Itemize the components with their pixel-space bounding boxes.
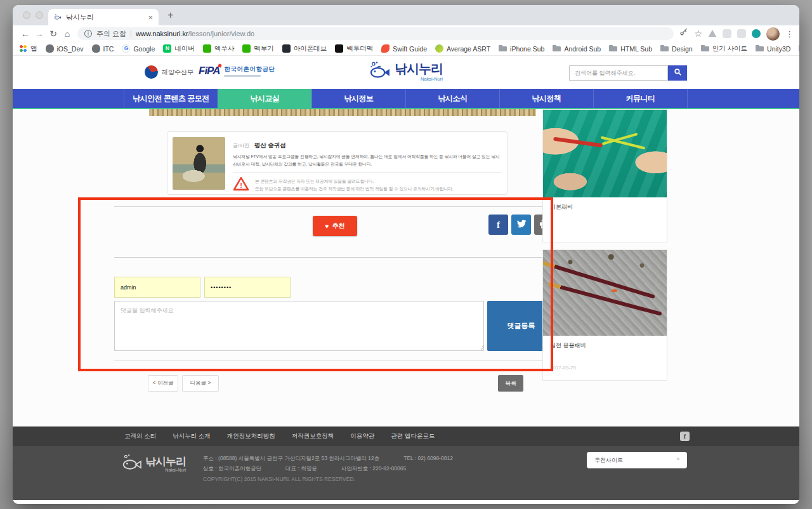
comment-password-input[interactable] [204, 277, 291, 298]
bookmark-label: Average ASRT [447, 45, 490, 53]
close-window-icon[interactable] [23, 11, 30, 19]
comment-textarea[interactable] [114, 301, 484, 351]
comment-username-input[interactable] [114, 277, 200, 298]
nav-item[interactable]: 커뮤니티 [593, 89, 687, 108]
search-input[interactable] [569, 65, 668, 81]
divider [114, 257, 576, 258]
footer-link[interactable]: 개인정보처리방침 [227, 432, 275, 440]
bookmark-icon [92, 44, 100, 53]
bookmark-item[interactable]: 백투더맥 [335, 44, 373, 53]
bookmark-label: 백투더맥 [346, 44, 373, 53]
extension-icon[interactable] [708, 29, 717, 38]
url-bar[interactable]: i 주의 요함 www.naksinuri.kr/lesson/junior/v… [77, 27, 674, 40]
chrome-menu-icon[interactable]: ⋮ [785, 29, 794, 39]
related-card-image [543, 110, 667, 197]
bookmark-item[interactable]: 인기 사이트 [701, 44, 747, 53]
new-tab-button[interactable]: + [167, 10, 173, 21]
browser-tab[interactable]: 낚시누리 × [48, 9, 159, 25]
twitter-icon [516, 220, 527, 230]
extension-icon[interactable] [752, 29, 761, 38]
bookmark-icon [242, 44, 251, 53]
extension-icon[interactable] [723, 29, 731, 38]
bookmark-item[interactable]: 네이버 [163, 44, 195, 53]
desktop-background: 낚시누리 × + ← → ↻ ⌂ i 주의 요함 www.naksinuri.k… [0, 0, 812, 509]
nav-item[interactable]: 낚시교실 [218, 89, 311, 108]
like-label: 추천 [332, 221, 344, 230]
author-bio: 낚시채널 FTV에서 방송 프로그램을 진행하고, 낚시잡지에 글을 연재하며,… [233, 153, 502, 168]
footer-biznum: 사업자번호 : 220-82-00065 [341, 465, 407, 472]
footer-link[interactable]: 고객의 소리 [124, 432, 156, 440]
related-card[interactable]: 기본채비 [542, 109, 667, 242]
footer-link[interactable]: 관련 앱다운로드 [391, 432, 435, 440]
related-sidebar: 기본채비 실전 응용채비 2017-05-25 [542, 109, 667, 388]
bookmark-item[interactable]: Unity3D [756, 44, 790, 53]
bookmark-label: Google [133, 45, 155, 53]
footer-link[interactable]: 저작권보호정책 [292, 432, 334, 440]
footer: 낚시누리 Naksi-Nuri 주소 : (08588) 서울특별시 금천구 가… [13, 446, 799, 500]
bookmark-item[interactable]: Swift Guide [381, 44, 427, 53]
bookmark-icon [499, 44, 507, 53]
footer-links-bar: 고객의 소리 낚시누리 소개 개인정보처리방침 저작권보호정책 이용약관 관련 … [13, 426, 799, 446]
footer-link[interactable]: 이용약관 [350, 432, 374, 440]
bookmark-item[interactable]: ITC [92, 44, 114, 53]
prev-post-button[interactable]: < 이전글 [148, 375, 178, 392]
bookmark-label: Swift Guide [393, 45, 427, 53]
bookmark-item[interactable]: 맥부기 [242, 44, 274, 53]
next-post-button[interactable]: 다음글 > [182, 375, 219, 392]
home-icon[interactable]: ⌂ [60, 29, 74, 38]
bookmark-label: 아이폰데브 [294, 44, 327, 53]
author-box: 글/사진 평산 송귀섭 낚시채널 FTV에서 방송 프로그램을 진행하고, 낚시… [167, 131, 508, 195]
textarea-resize-grip[interactable] [479, 345, 483, 350]
profile-avatar[interactable] [766, 27, 780, 41]
minimize-window-icon[interactable] [36, 11, 43, 19]
bookmark-item[interactable]: Google [122, 44, 155, 53]
footer-logo-text: 낚시누리 [145, 454, 186, 469]
tab-close-icon[interactable]: × [148, 13, 153, 22]
nav-item[interactable]: 낚시소식 [405, 89, 499, 108]
nav-item-label: 낚시정책 [532, 93, 561, 104]
recommended-sites-select[interactable]: 추천사이트 ^ [587, 452, 687, 468]
extension-icon[interactable] [737, 29, 746, 38]
forward-icon[interactable]: → [32, 29, 46, 38]
footer-facebook-icon[interactable]: f [680, 432, 690, 441]
facebook-icon: f [497, 220, 500, 230]
reload-icon[interactable]: ↻ [46, 29, 60, 38]
search-button[interactable] [668, 65, 687, 81]
bookmark-icon [756, 44, 764, 53]
back-icon[interactable]: ← [18, 29, 32, 38]
bookmark-item[interactable]: Android Sub [553, 44, 601, 53]
bookmark-star-icon[interactable]: ☆ [694, 29, 702, 39]
key-icon[interactable] [679, 28, 688, 39]
bookmark-label: 네이버 [174, 44, 195, 53]
tab-favicon-fish-icon [54, 13, 62, 22]
bookmark-item[interactable]: 앱 [19, 44, 37, 53]
twitter-share-button[interactable] [511, 215, 531, 235]
tab-title: 낚시누리 [66, 13, 143, 22]
bookmark-item[interactable]: HTML Sub [609, 44, 652, 53]
facebook-share-button[interactable]: f [488, 215, 508, 235]
bookmark-item[interactable]: Design [660, 44, 693, 53]
list-button[interactable]: 목록 [498, 375, 523, 392]
nav-item[interactable]: 낚시정책 [499, 89, 593, 108]
nav-item-label: 커뮤니티 [626, 93, 655, 104]
nav-item[interactable]: 낚시안전 콘텐츠 공모전 [124, 89, 218, 108]
page-content: 글/사진 평산 송귀섭 낚시채널 FTV에서 방송 프로그램을 진행하고, 낚시… [13, 109, 799, 426]
bookmark-icon [46, 44, 54, 53]
footer-copyright: COPYRIGHT(C) 2015 NAKSI-NURI. ALL RIGHTS… [203, 474, 453, 484]
bookmark-label: 앱 [30, 44, 37, 53]
bookmark-label: Design [672, 45, 693, 53]
nav-item-label: 낚시소식 [438, 93, 468, 104]
nav-item[interactable]: 낚시정보 [311, 89, 405, 108]
bookmark-item[interactable]: Average ASRT [435, 44, 490, 53]
bookmark-item[interactable]: 액쑤사 [203, 44, 235, 53]
info-icon[interactable]: i [84, 30, 92, 37]
bookmark-item[interactable]: iPhone Sub [499, 44, 544, 53]
footer-link[interactable]: 낚시누리 소개 [173, 432, 211, 440]
footer-ceo: 대표 : 최명용 [285, 465, 317, 472]
like-button[interactable]: ♥ 추천 [313, 216, 357, 236]
bookmark-item[interactable]: CodeSearch [799, 44, 799, 53]
article-photo-strip [149, 109, 536, 116]
related-card[interactable]: 실전 응용채비 2017-05-25 [542, 249, 667, 381]
bookmark-item[interactable]: iOS_Dev [46, 44, 84, 53]
bookmark-item[interactable]: 아이폰데브 [282, 44, 327, 53]
